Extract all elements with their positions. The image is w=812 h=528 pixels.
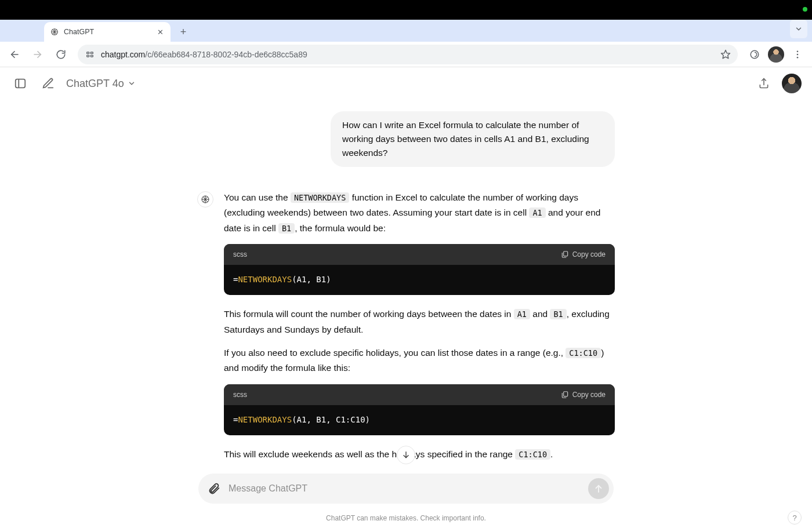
svg-rect-17 [563,392,567,396]
tab-overflow-button[interactable] [790,20,807,38]
app-header: ChatGPT 4o [0,67,812,100]
footer: ChatGPT can make mistakes. Check importa… [0,514,812,528]
disclaimer-text: ChatGPT can make mistakes. Check importa… [326,514,486,522]
assistant-message-row: You can use the NETWORKDAYS function in … [197,190,615,464]
svg-rect-12 [16,79,26,88]
address-bar[interactable]: chatgpt.com/c/66eab684-8718-8002-94cb-de… [78,45,738,64]
composer-area [0,464,812,514]
svg-rect-4 [90,52,93,54]
user-message-row: How can I write an Excel formula to calc… [197,111,615,167]
copy-code-button[interactable]: Copy code [561,389,606,400]
code-block: scss Copy code =NETWORKDAYS(A1, B1, C1:C… [224,384,615,435]
code-block: scss Copy code =NETWORKDAYS(A1, B1) [224,244,615,295]
sidebar-toggle-icon[interactable] [10,74,30,93]
send-button[interactable] [588,478,609,499]
nav-forward-button[interactable] [28,45,48,64]
assistant-message: You can use the NETWORKDAYS function in … [224,190,615,464]
inline-code: NETWORKDAYS [291,192,349,203]
clipboard-icon [561,250,569,258]
svg-point-9 [797,50,799,52]
code-lang-label: scss [233,389,247,400]
help-button[interactable]: ? [788,511,802,525]
svg-rect-16 [563,252,567,256]
composer [198,474,614,504]
svg-point-8 [751,50,759,59]
browser-toolbar: chatgpt.com/c/66eab684-8718-8002-94cb-de… [0,42,812,67]
new-chat-icon[interactable] [38,74,58,93]
svg-rect-6 [90,55,93,57]
user-message: How can I write an Excel formula to calc… [331,111,615,167]
chat-scroll-area[interactable]: How can I write an Excel formula to calc… [0,100,812,464]
nav-back-button[interactable] [5,45,24,64]
copy-code-label: Copy code [572,389,606,400]
svg-marker-7 [722,50,730,58]
copy-code-label: Copy code [572,249,606,260]
attach-file-icon[interactable] [206,481,222,496]
svg-rect-5 [87,55,89,57]
svg-rect-3 [87,52,89,54]
model-label: ChatGPT 4o [66,78,124,90]
bookmark-star-icon[interactable] [720,49,731,60]
svg-point-11 [797,56,799,58]
model-selector[interactable]: ChatGPT 4o [66,78,136,90]
status-dot [803,7,807,12]
browser-profile-avatar[interactable] [768,46,784,63]
svg-point-10 [797,53,799,55]
tab-close-icon[interactable]: ✕ [155,27,165,37]
share-icon[interactable] [754,74,774,93]
extensions-icon[interactable] [745,45,764,64]
site-settings-icon[interactable] [85,49,95,60]
browser-tab-active[interactable]: ChatGPT ✕ [44,22,171,42]
copy-code-button[interactable]: Copy code [561,249,606,260]
inline-code: B1 [550,309,566,319]
inline-code: A1 [529,207,545,218]
browser-menu-icon[interactable] [788,45,807,64]
os-titlebar [0,0,812,20]
user-avatar[interactable] [782,74,802,93]
assistant-avatar-icon [197,191,213,207]
clipboard-icon [561,391,569,399]
inline-code: C1:C10 [566,348,601,358]
browser-tabstrip: ChatGPT ✕ + [0,20,812,42]
inline-code: B1 [278,223,295,234]
new-tab-button[interactable]: + [175,24,191,40]
chevron-down-icon [128,79,136,88]
scroll-to-bottom-button[interactable] [397,446,415,464]
favicon-chatgpt-icon [50,27,59,37]
url-text: chatgpt.com/c/66eab684-8718-8002-94cb-de… [101,50,307,59]
message-input[interactable] [229,483,581,494]
inline-code: C1:C10 [515,449,550,460]
inline-code: A1 [514,309,530,319]
nav-reload-button[interactable] [51,45,71,64]
code-lang-label: scss [233,249,247,260]
tab-title: ChatGPT [64,28,151,36]
